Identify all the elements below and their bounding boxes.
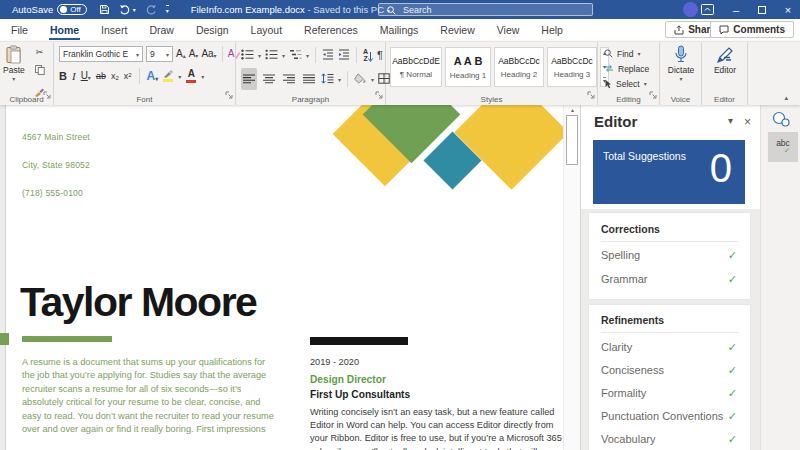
- ribbon-display-options-icon[interactable]: [701, 4, 714, 17]
- maximize-button[interactable]: [749, 0, 775, 19]
- shading-button[interactable]: [354, 70, 367, 88]
- spelling-row[interactable]: Spelling: [601, 249, 640, 261]
- font-name-combo[interactable]: Franklin Gothic E▾: [59, 46, 143, 62]
- shrink-font-button[interactable]: A▾: [189, 49, 199, 59]
- show-formatting-button[interactable]: ¶: [377, 49, 383, 61]
- close-button[interactable]: ×: [775, 0, 800, 19]
- total-suggestions-card[interactable]: Total Suggestions 0: [593, 140, 745, 204]
- multilevel-list-button[interactable]: [289, 46, 302, 64]
- experience-years: 2019 - 2020: [310, 357, 359, 367]
- document-page[interactable]: 4567 Main Street City, State 98052 (718)…: [6, 105, 563, 450]
- tab-home[interactable]: Home: [39, 19, 90, 41]
- cut-icon[interactable]: ✂: [36, 47, 44, 57]
- pane-options-chevron-icon[interactable]: ▾: [728, 115, 733, 126]
- align-right-button[interactable]: [281, 68, 297, 90]
- sort-button[interactable]: AZ: [363, 48, 373, 62]
- font-color-button[interactable]: A: [186, 69, 196, 83]
- paste-icon: [5, 45, 22, 65]
- pane-bubbles-icon[interactable]: [771, 110, 791, 132]
- find-button[interactable]: Find▾: [604, 46, 649, 61]
- tab-help[interactable]: Help: [530, 19, 574, 41]
- paste-button[interactable]: Paste ▾: [3, 45, 25, 82]
- line-spacing-button[interactable]: [321, 70, 334, 88]
- style-heading3[interactable]: AaBbCcDcHeading 3: [547, 47, 597, 87]
- style-heading2[interactable]: AaBbCcDcHeading 2: [494, 47, 544, 87]
- tab-review[interactable]: Review: [429, 19, 485, 41]
- grammar-row[interactable]: Grammar: [601, 273, 647, 285]
- scroll-up-icon[interactable]: ▴: [564, 106, 581, 113]
- vertical-scrollbar[interactable]: ▴: [563, 105, 580, 450]
- avatar[interactable]: [683, 2, 698, 17]
- strikethrough-button[interactable]: ab: [96, 72, 106, 81]
- autosave-pill[interactable]: Off: [57, 4, 87, 15]
- tab-file[interactable]: File: [0, 19, 39, 41]
- tab-insert[interactable]: Insert: [90, 19, 138, 41]
- style-heading1[interactable]: A A BHeading 1: [445, 47, 491, 87]
- conciseness-row[interactable]: Conciseness: [601, 364, 664, 376]
- comments-button[interactable]: Comments: [710, 21, 794, 38]
- voice-label: Voice: [660, 95, 701, 104]
- tab-references[interactable]: References: [293, 19, 369, 41]
- style-normal[interactable]: AaBbCcDdE¶ Normal: [390, 47, 442, 87]
- tab-view[interactable]: View: [486, 19, 531, 41]
- select-button[interactable]: Select▾: [604, 76, 649, 91]
- paragraph-dialog-launcher-icon[interactable]: [375, 85, 383, 103]
- styles-dialog-launcher-icon[interactable]: [587, 85, 595, 103]
- increase-indent-button[interactable]: [338, 46, 350, 64]
- punctuation-conventions-row[interactable]: Punctuation Conventions: [601, 410, 723, 422]
- tab-design[interactable]: Design: [185, 19, 240, 41]
- collapse-ribbon-icon[interactable]: ▴: [784, 94, 788, 102]
- italic-button[interactable]: I: [72, 71, 76, 82]
- autosave-label: AutoSave: [12, 4, 53, 15]
- align-center-button[interactable]: [261, 68, 277, 90]
- tab-mailings[interactable]: Mailings: [369, 19, 430, 41]
- underline-button[interactable]: U▾: [81, 71, 91, 81]
- editor-button[interactable]: Editor: [702, 45, 748, 75]
- numbering-button[interactable]: [265, 46, 278, 64]
- tab-draw[interactable]: Draw: [138, 19, 185, 41]
- search-input[interactable]: Search: [378, 3, 593, 16]
- bullets-button[interactable]: [241, 46, 254, 64]
- redo-icon[interactable]: [145, 4, 157, 15]
- font-size-combo[interactable]: 9▾: [146, 46, 173, 62]
- align-left-button[interactable]: [241, 68, 257, 90]
- justify-button[interactable]: [301, 68, 317, 90]
- tab-layout[interactable]: Layout: [240, 19, 294, 41]
- font-size-dropdown-icon[interactable]: ▾: [166, 51, 169, 58]
- undo-dropdown-icon[interactable]: ▾: [133, 6, 136, 13]
- change-case-button[interactable]: Aa▾: [201, 49, 216, 59]
- save-icon[interactable]: [99, 4, 110, 15]
- paste-dropdown-icon[interactable]: ▾: [12, 75, 15, 82]
- bold-button[interactable]: B: [59, 71, 67, 82]
- editing-dialog-launcher-icon[interactable]: [649, 85, 657, 103]
- experience-body-paragraph: Writing concisely isn’t an easy task, bu…: [310, 406, 563, 450]
- dictate-button[interactable]: Dictate ▾: [660, 45, 702, 82]
- text-effects-button[interactable]: A▾: [147, 70, 159, 82]
- corrections-card: Corrections Spelling ✓ Grammar ✓: [589, 213, 750, 299]
- subscript-button[interactable]: x2: [111, 72, 119, 81]
- pane-close-icon[interactable]: ×: [744, 115, 751, 129]
- font-dialog-launcher-icon[interactable]: [225, 85, 233, 103]
- editor-pane-title: Editor: [594, 113, 637, 130]
- vocabulary-row[interactable]: Vocabulary: [601, 433, 655, 445]
- group-voice: Dictate ▾ Voice: [660, 42, 702, 105]
- proofing-tab[interactable]: abc ✓: [768, 132, 798, 162]
- customize-qat-icon[interactable]: ▾: [166, 5, 169, 14]
- copy-icon[interactable]: [35, 61, 45, 79]
- replace-button[interactable]: Replace: [604, 61, 649, 76]
- document-title[interactable]: FileInfo.com Example.docx - Saved to thi…: [191, 4, 390, 15]
- dictate-dropdown-icon[interactable]: ▾: [679, 75, 682, 82]
- minimize-button[interactable]: –: [723, 0, 749, 19]
- formality-row[interactable]: Formality: [601, 387, 646, 399]
- clarity-row[interactable]: Clarity: [601, 341, 632, 353]
- decrease-indent-button[interactable]: [322, 46, 334, 64]
- highlight-button[interactable]: [163, 70, 173, 82]
- font-name-dropdown-icon[interactable]: ▾: [136, 51, 139, 58]
- autosave-toggle[interactable]: AutoSave Off: [12, 4, 87, 15]
- clipboard-dialog-launcher-icon[interactable]: [43, 85, 51, 103]
- grow-font-button[interactable]: A▴: [176, 49, 186, 59]
- diamond-yellow-right: [454, 105, 563, 190]
- scrollbar-thumb[interactable]: [566, 115, 578, 165]
- superscript-button[interactable]: x2: [124, 72, 132, 81]
- undo-icon[interactable]: ▾: [119, 4, 136, 15]
